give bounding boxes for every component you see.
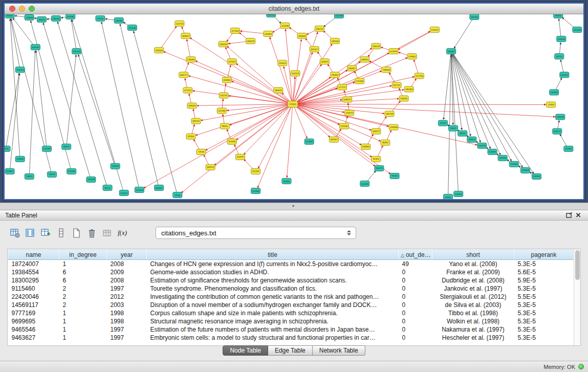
cell-year[interactable]: 2009 [107, 268, 147, 276]
graph-node[interactable]: 98320 [458, 130, 467, 136]
table-row[interactable]: 1872400712008Changes of HCN gene express… [8, 260, 574, 269]
graph-node[interactable]: 177717 [337, 84, 346, 90]
graph-node[interactable]: 126804 [25, 15, 34, 20]
graph-node[interactable]: 62025 [37, 17, 46, 23]
cell-short[interactable]: Franke et al. (2009) [432, 268, 514, 276]
table-row[interactable]: 1830029562008Estimation of significance … [8, 276, 574, 285]
cell-out_degree[interactable]: 0 [399, 301, 432, 309]
cell-year[interactable]: 1997 [107, 285, 147, 293]
graph-node[interactable]: 166784 [470, 14, 479, 20]
cell-out_degree[interactable]: 49 [399, 260, 432, 269]
column-header-short[interactable]: short [432, 250, 514, 260]
graph-node[interactable]: 93546 [390, 173, 399, 179]
cell-out_degree[interactable]: 0 [399, 293, 432, 301]
graph-node[interactable]: 104275 [375, 165, 384, 171]
full-table-icon[interactable] [54, 226, 68, 239]
scrollbar-thumb[interactable] [575, 250, 580, 280]
cell-pagerank[interactable]: 5.3E-5 [514, 309, 574, 317]
graph-node[interactable]: 125438 [280, 23, 290, 29]
cell-title[interactable]: Embryonic stem cells: a model to study s… [147, 334, 399, 342]
graph-node[interactable]: 217303 [230, 28, 239, 34]
graph-node[interactable]: 97334 [186, 134, 195, 139]
graph-node[interactable]: 196137 [315, 26, 324, 32]
cell-in_degree[interactable]: 2 [59, 293, 107, 301]
graph-node[interactable]: 186731 [191, 118, 201, 124]
graph-node[interactable]: 220683 [264, 31, 273, 37]
graph-node[interactable]: 166469 [297, 33, 307, 39]
cell-out_degree[interactable]: 0 [399, 334, 432, 342]
cell-name[interactable]: 9465546 [8, 325, 59, 334]
cell-in_degree[interactable]: 2 [59, 301, 107, 309]
graph-node[interactable]: 90346 [282, 178, 291, 184]
graph-node[interactable]: 106521 [119, 190, 128, 195]
table-selector-dropdown[interactable]: citations_edges.txt [156, 227, 356, 239]
cell-short[interactable]: Stergiakouli et al. (2012) [432, 293, 514, 301]
graph-node[interactable]: 117640 [66, 14, 75, 19]
graph-node[interactable]: 92774 [555, 54, 564, 59]
graph-node[interactable]: 72544 [197, 149, 206, 155]
graph-node[interactable]: 97516 [96, 16, 105, 21]
graph-node[interactable]: 151228 [334, 14, 343, 18]
table-row[interactable]: 1938455462009Genome-wide association stu… [8, 268, 574, 276]
vertical-scrollbar[interactable] [574, 249, 580, 345]
cell-title[interactable]: Changes of HCN gene expression and I(f) … [147, 260, 399, 269]
column-header-name[interactable]: name [8, 250, 59, 260]
graph-node[interactable]: 193113 [278, 60, 287, 66]
graph-node[interactable]: 81050 [5, 146, 10, 151]
graph-node[interactable]: 226058 [219, 41, 228, 47]
cell-title[interactable]: Corpus callosum shape and size in male p… [147, 309, 399, 317]
cell-out_degree[interactable]: 0 [399, 276, 432, 285]
column-header-out_degree[interactable]: △out_de… [399, 250, 432, 260]
graph-node[interactable]: 126619 [520, 167, 530, 173]
cell-out_degree[interactable]: 0 [399, 325, 432, 334]
graph-node[interactable]: 185479 [246, 38, 255, 44]
graph-node[interactable]: 94711 [103, 185, 112, 190]
cell-in_degree[interactable]: 1 [59, 309, 107, 317]
graph-node[interactable]: 193019 [187, 103, 197, 108]
graph-node[interactable]: 108965 [361, 144, 371, 149]
cell-name[interactable]: 19384554 [8, 268, 59, 276]
cell-name[interactable]: 22420046 [8, 293, 59, 301]
cell-title[interactable]: Estimation of the future numbers of pati… [147, 325, 399, 334]
cell-pagerank[interactable]: 5.5E-5 [514, 293, 574, 301]
graph-node[interactable]: 127512 [183, 87, 192, 93]
graph-node[interactable]: 98113 [62, 144, 71, 149]
cell-short[interactable]: Jankovic et al. (1997) [432, 285, 514, 293]
cell-pagerank[interactable]: 5.3E-5 [514, 317, 574, 325]
graph-node[interactable]: 126313 [15, 67, 25, 73]
graph-node[interactable]: 108558 [556, 114, 565, 120]
tab-edge-table[interactable]: Edge Table [268, 345, 313, 356]
graph-node[interactable]: 104523 [477, 143, 487, 148]
graph-node[interactable]: 168487 [447, 49, 456, 54]
graph-node[interactable]: 142004 [155, 48, 164, 53]
cell-title[interactable]: Estimation of significance thresholds fo… [147, 276, 399, 285]
graph-node[interactable]: 103058 [557, 36, 566, 42]
graph-node[interactable]: 110305 [564, 146, 573, 151]
graph-hub-node[interactable]: 172401 [288, 101, 298, 107]
graph-node[interactable]: 98914 [467, 137, 476, 142]
graph-node[interactable]: 93450 [444, 194, 453, 199]
panel-divider[interactable]: ▾ [0, 203, 588, 210]
graph-node[interactable]: 150344 [251, 188, 260, 193]
cell-short[interactable]: Nakamura et al. (1997) [432, 325, 514, 334]
table-row[interactable]: 1456911722003Disruption of a novel membe… [8, 301, 574, 309]
graph-node[interactable]: 123633 [135, 187, 144, 192]
cell-name[interactable]: 9777169 [8, 309, 59, 317]
cell-pagerank[interactable]: 5.3E-5 [514, 285, 574, 293]
table-row[interactable]: 911546021997Tourette syndrome. Phenomeno… [8, 285, 574, 293]
cell-out_degree[interactable]: 0 [399, 317, 432, 325]
close-panel-icon[interactable]: ✕ [574, 211, 583, 220]
cell-in_degree[interactable]: 1 [59, 334, 107, 342]
graph-node[interactable]: 141949 [550, 90, 559, 95]
graph-node[interactable]: 185493 [404, 86, 413, 92]
column-header-in_degree[interactable]: in_degree [59, 250, 107, 260]
graph-node[interactable]: 153213 [291, 71, 300, 76]
table-row[interactable]: 2242004622012Investigating the contribut… [8, 293, 574, 301]
cell-in_degree[interactable]: 2 [59, 285, 107, 293]
graph-node[interactable]: 109434 [498, 155, 507, 161]
cell-year[interactable]: 2008 [107, 260, 147, 269]
cell-title[interactable]: Structural magnetic resonance image aver… [147, 317, 399, 325]
cell-title[interactable]: Tourette syndrome. Phenomenology and cla… [147, 285, 399, 293]
graph-node[interactable]: 185327 [329, 137, 338, 142]
graph-node[interactable]: 95934 [554, 14, 563, 18]
